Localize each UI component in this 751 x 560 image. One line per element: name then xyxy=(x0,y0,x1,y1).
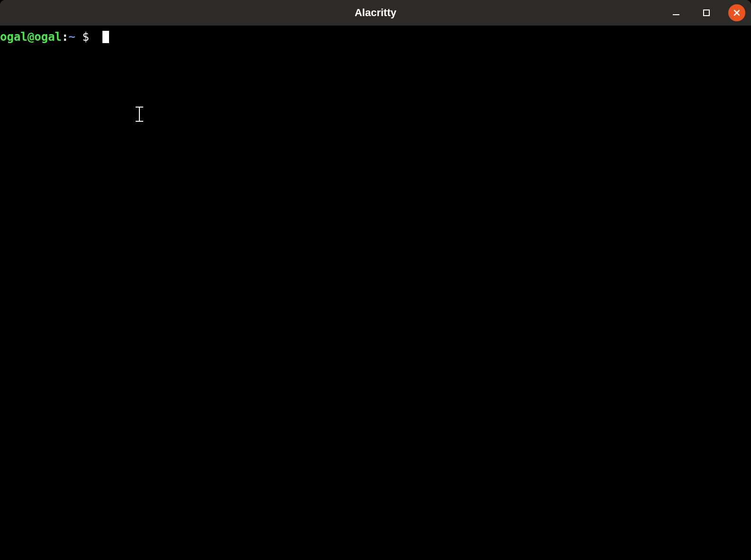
window-title: Alacritty xyxy=(355,7,396,19)
text-cursor-icon xyxy=(135,106,144,124)
prompt-user-host: ogal@ogal xyxy=(0,30,62,44)
close-icon xyxy=(733,9,741,17)
minimize-icon xyxy=(672,9,680,17)
prompt-line: ogal@ogal:~ $ xyxy=(0,30,751,44)
prompt-cwd: ~ xyxy=(69,30,75,44)
maximize-icon xyxy=(702,9,711,17)
maximize-button[interactable] xyxy=(698,4,715,21)
close-button[interactable] xyxy=(728,4,745,21)
prompt-separator: : xyxy=(62,30,68,44)
terminal-viewport[interactable]: ogal@ogal:~ $ xyxy=(0,26,751,560)
terminal-cursor xyxy=(102,31,109,43)
svg-rect-1 xyxy=(704,10,709,16)
prompt-symbol: $ xyxy=(75,30,96,44)
minimize-button[interactable] xyxy=(668,4,685,21)
window-controls xyxy=(668,4,745,21)
window-titlebar: Alacritty xyxy=(0,0,751,26)
